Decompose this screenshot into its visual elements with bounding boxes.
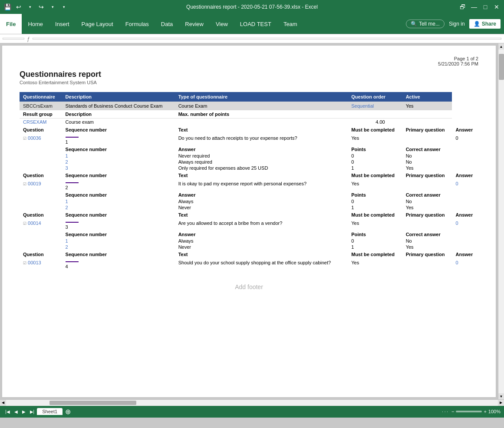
q3-a2-pts: 1 xyxy=(348,244,402,250)
add-sheet-button[interactable]: ⊕ xyxy=(63,408,72,416)
scrollbar-vertical[interactable]: ▲ ▼ xyxy=(498,43,504,399)
undo-dropdown-icon[interactable]: ▾ xyxy=(26,3,34,11)
q1-header: Question Sequence number Text Must be co… xyxy=(20,125,478,134)
scroll-right-arrow[interactable]: ▶ xyxy=(498,400,504,406)
q1-a1-text: Never required xyxy=(175,153,348,159)
q3-a1-pts: 0 xyxy=(348,238,402,244)
redo-icon[interactable]: ↪ xyxy=(37,3,45,11)
q2-a2-pts: 1 xyxy=(348,204,402,211)
result-group-data: CRSEXAM Course exam 4.00 xyxy=(20,119,478,126)
q4-q-label: Question xyxy=(20,250,62,259)
q2-a2-seq: 2 xyxy=(62,204,175,211)
minimize-icon[interactable]: — xyxy=(470,3,478,11)
q1-answer: 0 xyxy=(452,134,478,146)
q2-answer: 0 xyxy=(452,180,478,191)
add-footer[interactable]: Add footer xyxy=(20,275,478,299)
q3-a1-text: Always xyxy=(175,238,348,244)
q3-text: Are you allowed to accept a bribe from a… xyxy=(175,219,348,231)
main-body: Page 1 of 2 5/21/2020 7:56 PM Questionna… xyxy=(0,43,504,399)
q2-primary-label: Primary question xyxy=(402,171,452,180)
q3-must-label: Must be completed xyxy=(348,211,402,219)
q3-seq: 3 xyxy=(62,219,175,231)
save-icon[interactable]: 💾 xyxy=(3,3,11,11)
scroll-left-arrow[interactable]: ◀ xyxy=(0,400,6,406)
q2-primary xyxy=(402,180,452,191)
undo-icon[interactable]: ↩ xyxy=(15,3,23,11)
rg-empty2 xyxy=(402,119,452,126)
share-button[interactable]: 👤 Share xyxy=(469,19,501,29)
q4-seq-label: Sequence number xyxy=(62,250,175,259)
scroll-thumb[interactable] xyxy=(499,54,504,80)
q3-header: Question Sequence number Text Must be co… xyxy=(20,211,478,219)
q1-must: Yes xyxy=(348,134,402,146)
maximize-icon[interactable]: □ xyxy=(481,3,489,11)
q2-a1-text: Always xyxy=(175,198,348,204)
q3-ans2: 2 Never 1 Yes xyxy=(20,244,478,250)
q2-text: It is okay to pad my expense report with… xyxy=(175,180,348,191)
q1-ans2: 2 Always required 0 No xyxy=(20,159,478,165)
scroll-down-arrow[interactable]: ▼ xyxy=(498,393,504,399)
tab-review[interactable]: Review xyxy=(179,14,210,34)
q2-ah-pts: Points xyxy=(348,191,402,198)
restore-window-icon[interactable]: 🗗 xyxy=(459,3,467,11)
customize-qat-icon[interactable]: ▾ xyxy=(60,3,68,11)
zoom-out-icon[interactable]: − xyxy=(451,409,454,414)
q4-text: Should you do your school supply shoppin… xyxy=(175,259,348,270)
q2-ans2: 2 Never 1 Yes xyxy=(20,204,478,211)
tab-load-test[interactable]: LOAD TEST xyxy=(234,14,277,34)
scrollbar-horizontal[interactable]: ◀ ▶ xyxy=(0,399,504,405)
q2-ah-empty xyxy=(20,191,62,198)
q1-ah-ans: Answer xyxy=(175,146,348,153)
q1-ans1: 1 Never required 0 No xyxy=(20,153,478,159)
close-icon[interactable]: ✕ xyxy=(493,3,501,11)
h-scroll-thumb[interactable] xyxy=(49,401,136,405)
zoom-in-icon[interactable]: + xyxy=(484,409,486,414)
sheet-tab-1[interactable]: Sheet1 xyxy=(37,408,63,415)
q-active: Yes xyxy=(402,102,452,110)
status-dots: · · · xyxy=(442,409,448,414)
tab-team[interactable]: Team xyxy=(277,14,303,34)
q1-ans-label: Answer xyxy=(452,125,478,134)
q3-data: ☑ 00014 3 Are you allowed to accept a br… xyxy=(20,219,478,231)
formula-bar: ƒ xyxy=(0,34,504,43)
formula-input[interactable] xyxy=(33,38,501,40)
tab-home[interactable]: Home xyxy=(22,14,49,34)
q-id: SBCCrsExam xyxy=(20,102,62,110)
col-order: Question order xyxy=(348,92,402,102)
q-type: Course Exam xyxy=(175,102,348,110)
rg-desc-label: Description xyxy=(62,110,175,119)
tab-formulas[interactable]: Formulas xyxy=(119,14,155,34)
q3-answer: 0 xyxy=(452,219,478,231)
tab-view[interactable]: View xyxy=(210,14,234,34)
window-title: Questionnaires report - 2020-05-21 07-56… xyxy=(186,4,318,10)
name-box[interactable] xyxy=(3,38,24,40)
tell-me-input[interactable]: 🔍 Tell me... xyxy=(406,20,445,28)
sign-in-button[interactable]: Sign in xyxy=(446,20,468,28)
sheet-nav-last[interactable]: ▶| xyxy=(28,409,36,414)
zoom-slider[interactable] xyxy=(456,411,482,412)
tab-page-layout[interactable]: Page Layout xyxy=(76,14,119,34)
scroll-up-arrow[interactable]: ▲ xyxy=(498,43,504,49)
sheet-nav-prev[interactable]: ◀ xyxy=(13,409,20,414)
q4-answer: 0 xyxy=(452,259,478,270)
redo-dropdown-icon[interactable]: ▾ xyxy=(49,3,56,11)
col-type: Type of questionnaire xyxy=(175,92,348,102)
rg-desc: Course exam xyxy=(62,119,175,126)
sheet-nav-next[interactable]: ▶ xyxy=(20,409,27,414)
q2-data: ☑ 00019 2 It is okay to pad my expense r… xyxy=(20,180,478,191)
q1-a3-pts: 1 xyxy=(348,165,402,171)
q3-ah-ans: Answer xyxy=(175,231,348,238)
q2-ah-seq: Sequence number xyxy=(62,191,175,198)
q1-text-label: Text xyxy=(175,125,348,134)
q3-ans-header: Sequence number Answer Points Correct an… xyxy=(20,231,478,238)
q2-a2-empty xyxy=(20,204,62,211)
q2-a2-correct: Yes xyxy=(402,204,452,211)
q-order: Sequential xyxy=(348,102,402,110)
sheet-nav-first[interactable]: |◀ xyxy=(3,409,12,414)
q3-id: ☑ 00014 xyxy=(20,219,62,231)
result-group-header: Result group Description Max. number of … xyxy=(20,110,478,119)
tab-data[interactable]: Data xyxy=(155,14,179,34)
tab-file[interactable]: File xyxy=(0,14,22,34)
tab-insert[interactable]: Insert xyxy=(49,14,76,34)
title-bar-right: 🗗 — □ ✕ xyxy=(459,3,501,11)
